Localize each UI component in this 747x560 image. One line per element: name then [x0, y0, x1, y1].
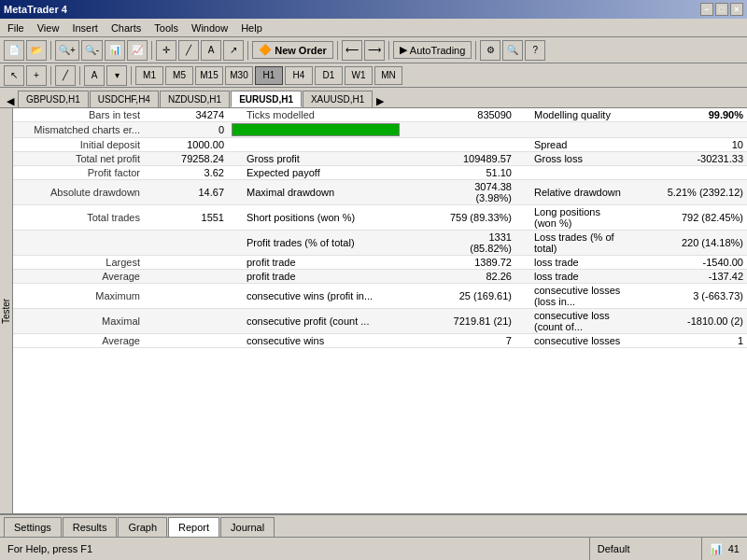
chart-tab-gbpusd[interactable]: GBPUSD,H1 [18, 91, 89, 107]
tf-h1[interactable]: H1 [255, 66, 283, 85]
cell-value: -1540.00 [627, 256, 747, 270]
menu-bar: File View Insert Charts Tools Window Hel… [0, 19, 747, 37]
tab-report[interactable]: Report [168, 517, 219, 537]
zoom-in-btn[interactable]: 🔍+ [55, 40, 79, 61]
period-btn[interactable]: ▾ [106, 65, 127, 86]
tabs-left-arrow[interactable]: ◀ [4, 95, 17, 107]
crosshair-btn2[interactable]: + [26, 65, 47, 86]
tf-mn[interactable]: MN [374, 66, 402, 85]
tabs-right-arrow[interactable]: ▶ [374, 95, 387, 107]
table-row: Bars in test 34274 Ticks modelled 835090… [13, 108, 747, 122]
status-bar: For Help, press F1 Default 📊 41 [0, 537, 747, 560]
chart-tab-eurusd[interactable]: EURUSD,H1 [231, 91, 302, 107]
cell-value [144, 270, 228, 284]
cell-value [144, 256, 228, 270]
zoom-out-btn[interactable]: 🔍- [81, 40, 103, 61]
line-btn[interactable]: ╱ [178, 40, 199, 61]
chart-props-btn[interactable]: 📊 [105, 40, 125, 61]
cell-value: 792 (82.45%) [627, 205, 747, 231]
text-btn[interactable]: A [201, 40, 221, 61]
sep8 [79, 66, 80, 85]
search-btn[interactable]: 🔍 [502, 40, 523, 61]
tf-m30[interactable]: M30 [225, 66, 253, 85]
tab-results[interactable]: Results [63, 517, 118, 537]
menu-tools[interactable]: Tools [150, 21, 182, 35]
tf-d1[interactable]: D1 [315, 66, 343, 85]
cell-value: 10 [627, 138, 747, 152]
chart-tab-xauusd[interactable]: XAUUSD,H1 [303, 91, 373, 107]
settings-btn[interactable]: ⚙ [480, 40, 500, 61]
cell-label: Long positions (won %) [515, 205, 627, 231]
menu-insert[interactable]: Insert [68, 21, 102, 35]
tf-h4[interactable]: H4 [285, 66, 313, 85]
auto-icon: ▶ [400, 44, 407, 56]
line-studies-btn[interactable]: ╱ [55, 65, 76, 86]
cell-label: Bars in test [13, 108, 144, 122]
cell-value: 82.26 [441, 270, 515, 284]
maximize-button[interactable]: □ [715, 3, 728, 16]
cell-label: Maximal [13, 309, 144, 334]
cursor-btn[interactable]: ↖ [4, 65, 24, 86]
history-btn[interactable]: ⟵ [342, 40, 362, 61]
sep4 [337, 41, 338, 60]
tf-m1[interactable]: M1 [135, 66, 163, 85]
cell-label [515, 122, 747, 138]
font-btn[interactable]: A [84, 65, 105, 86]
cell-value: 7 [441, 334, 515, 348]
forward-btn[interactable]: ⟶ [364, 40, 385, 61]
indicators-btn[interactable]: 📈 [127, 40, 148, 61]
cell-value: 1551 [144, 205, 228, 231]
menu-help[interactable]: Help [237, 21, 266, 35]
new-order-button[interactable]: 🔶 New Order [252, 41, 333, 59]
tf-w1[interactable]: W1 [345, 66, 373, 85]
cell-label [228, 138, 441, 152]
auto-trading-button[interactable]: ▶ AutoTrading [393, 41, 472, 59]
tab-graph[interactable]: Graph [118, 517, 167, 537]
cell-label: Initial deposit [13, 138, 144, 152]
minimize-button[interactable]: − [700, 3, 713, 16]
chart-tab-nzdusd[interactable]: NZDUSD,H1 [160, 91, 230, 107]
cell-value: 1 [627, 334, 747, 348]
status-help-text: For Help, press F1 [0, 538, 590, 560]
cell-label: consecutive loss (count of... [515, 309, 627, 334]
tf-m15[interactable]: M15 [195, 66, 223, 85]
menu-file[interactable]: File [4, 21, 28, 35]
crosshair-btn[interactable]: ✛ [156, 40, 176, 61]
cell-value: -30231.33 [627, 152, 747, 166]
table-row: Largest profit trade 1389.72 loss trade … [13, 256, 747, 270]
menu-view[interactable]: View [34, 21, 63, 35]
arrow-btn[interactable]: ↗ [223, 40, 244, 61]
menu-charts[interactable]: Charts [107, 21, 145, 35]
menu-window[interactable]: Window [188, 21, 232, 35]
cell-value [144, 334, 228, 348]
close-button[interactable]: × [730, 3, 743, 16]
cell-value: 3 (-663.73) [627, 284, 747, 309]
cell-label: Maximum [13, 284, 144, 309]
chart-tab-usdchf[interactable]: USDCHF,H4 [90, 91, 159, 107]
cell-value: 835090 [441, 108, 515, 122]
cell-label: consecutive losses [515, 334, 627, 348]
chart-tabs-bar: ◀ GBPUSD,H1 USDCHF,H4 NZDUSD,H1 EURUSD,H… [0, 88, 747, 108]
cell-value: 1389.72 [441, 256, 515, 270]
cell-value: 109489.57 [441, 152, 515, 166]
sep9 [131, 66, 132, 85]
cell-value: 759 (89.33%) [441, 205, 515, 231]
tab-journal[interactable]: Journal [220, 517, 275, 537]
new-chart-btn[interactable]: 📄 [4, 40, 24, 61]
progress-bar-fill [233, 124, 399, 135]
cell-label: Profit factor [13, 166, 144, 180]
open-btn[interactable]: 📂 [26, 40, 47, 61]
help-btn[interactable]: ? [525, 40, 545, 61]
table-row: Maximum consecutive wins (profit in... 2… [13, 284, 747, 309]
timeframe-toolbar: ↖ + ╱ A ▾ M1 M5 M15 M30 H1 H4 D1 W1 MN [0, 63, 747, 88]
cell-label: consecutive profit (count ... [228, 309, 441, 334]
tab-settings[interactable]: Settings [4, 517, 62, 537]
modelling-progress-bar [232, 123, 400, 136]
status-right: 📊 41 [702, 543, 747, 555]
tf-m5[interactable]: M5 [165, 66, 193, 85]
cell-label: Absolute drawdown [13, 180, 144, 205]
cell-value: -137.42 [627, 270, 747, 284]
table-row: Mismatched charts er... 0 [13, 122, 747, 138]
cell-label: consecutive wins [228, 334, 441, 348]
cell-label: Maximal drawdown [228, 180, 441, 205]
